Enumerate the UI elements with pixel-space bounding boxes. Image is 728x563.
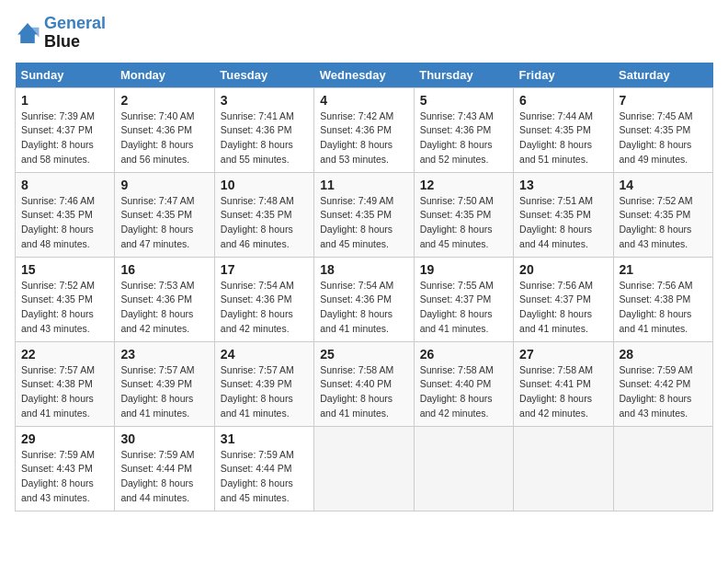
day-number: 22 (21, 347, 108, 362)
day-number: 2 (120, 93, 208, 108)
calendar-cell: 3 Sunrise: 7:41 AM Sunset: 4:36 PM Dayli… (214, 87, 313, 172)
day-info: Sunrise: 7:59 AM Sunset: 4:44 PM Dayligh… (120, 448, 208, 506)
day-info: Sunrise: 7:56 AM Sunset: 4:38 PM Dayligh… (620, 279, 707, 337)
calendar-cell: 18 Sunrise: 7:54 AM Sunset: 4:36 PM Dayl… (314, 257, 414, 341)
day-number: 23 (120, 347, 208, 362)
day-number: 21 (620, 262, 707, 277)
calendar-cell: 13 Sunrise: 7:51 AM Sunset: 4:35 PM Dayl… (514, 172, 613, 257)
calendar-header-row: SundayMondayTuesdayWednesdayThursdayFrid… (16, 63, 713, 88)
calendar-cell: 25 Sunrise: 7:58 AM Sunset: 4:40 PM Dayl… (314, 341, 414, 426)
calendar-cell: 1 Sunrise: 7:39 AM Sunset: 4:37 PM Dayli… (16, 87, 115, 172)
day-info: Sunrise: 7:56 AM Sunset: 4:37 PM Dayligh… (519, 279, 607, 337)
day-info: Sunrise: 7:41 AM Sunset: 4:36 PM Dayligh… (221, 109, 308, 167)
calendar-week-row: 15 Sunrise: 7:52 AM Sunset: 4:35 PM Dayl… (16, 257, 713, 341)
calendar-cell: 8 Sunrise: 7:46 AM Sunset: 4:35 PM Dayli… (16, 172, 115, 257)
calendar-cell: 12 Sunrise: 7:50 AM Sunset: 4:35 PM Dayl… (414, 172, 513, 257)
calendar-cell: 17 Sunrise: 7:54 AM Sunset: 4:36 PM Dayl… (214, 257, 313, 341)
day-number: 25 (320, 347, 407, 362)
day-number: 1 (21, 93, 108, 108)
calendar-cell: 26 Sunrise: 7:58 AM Sunset: 4:40 PM Dayl… (414, 341, 513, 426)
day-number: 3 (221, 93, 308, 108)
calendar-cell: 23 Sunrise: 7:57 AM Sunset: 4:39 PM Dayl… (115, 341, 214, 426)
day-number: 16 (120, 262, 208, 277)
calendar-cell: 5 Sunrise: 7:43 AM Sunset: 4:36 PM Dayli… (414, 87, 513, 172)
calendar-week-row: 29 Sunrise: 7:59 AM Sunset: 4:43 PM Dayl… (16, 426, 713, 511)
day-number: 11 (320, 178, 407, 192)
day-number: 31 (221, 431, 308, 446)
day-info: Sunrise: 7:48 AM Sunset: 4:35 PM Dayligh… (221, 194, 308, 252)
day-info: Sunrise: 7:58 AM Sunset: 4:40 PM Dayligh… (420, 363, 507, 421)
day-info: Sunrise: 7:54 AM Sunset: 4:36 PM Dayligh… (320, 279, 407, 337)
day-info: Sunrise: 7:40 AM Sunset: 4:36 PM Dayligh… (120, 109, 208, 167)
weekday-header: Monday (115, 63, 214, 88)
day-number: 13 (519, 178, 607, 192)
day-info: Sunrise: 7:49 AM Sunset: 4:35 PM Dayligh… (320, 194, 407, 252)
day-info: Sunrise: 7:44 AM Sunset: 4:35 PM Dayligh… (519, 109, 607, 167)
day-number: 8 (21, 178, 108, 192)
day-info: Sunrise: 7:50 AM Sunset: 4:35 PM Dayligh… (420, 194, 507, 252)
day-info: Sunrise: 7:59 AM Sunset: 4:42 PM Dayligh… (620, 363, 707, 421)
day-number: 28 (620, 347, 707, 362)
day-info: Sunrise: 7:45 AM Sunset: 4:35 PM Dayligh… (620, 109, 707, 167)
day-info: Sunrise: 7:58 AM Sunset: 4:41 PM Dayligh… (519, 363, 607, 421)
day-info: Sunrise: 7:54 AM Sunset: 4:36 PM Dayligh… (221, 279, 308, 337)
calendar-week-row: 22 Sunrise: 7:57 AM Sunset: 4:38 PM Dayl… (16, 341, 713, 426)
day-number: 9 (120, 178, 208, 192)
day-number: 4 (320, 93, 407, 108)
calendar-cell: 14 Sunrise: 7:52 AM Sunset: 4:35 PM Dayl… (613, 172, 712, 257)
weekday-header: Thursday (414, 63, 513, 88)
calendar-cell: 6 Sunrise: 7:44 AM Sunset: 4:35 PM Dayli… (514, 87, 613, 172)
day-info: Sunrise: 7:39 AM Sunset: 4:37 PM Dayligh… (21, 109, 108, 167)
calendar-cell: 2 Sunrise: 7:40 AM Sunset: 4:36 PM Dayli… (115, 87, 214, 172)
day-info: Sunrise: 7:52 AM Sunset: 4:35 PM Dayligh… (620, 194, 707, 252)
logo: GeneralBlue (15, 15, 106, 52)
day-info: Sunrise: 7:59 AM Sunset: 4:44 PM Dayligh… (221, 448, 308, 506)
day-info: Sunrise: 7:46 AM Sunset: 4:35 PM Dayligh… (21, 194, 108, 252)
weekday-header: Saturday (613, 63, 712, 88)
calendar-cell (414, 426, 513, 511)
calendar-cell: 7 Sunrise: 7:45 AM Sunset: 4:35 PM Dayli… (613, 87, 712, 172)
day-info: Sunrise: 7:51 AM Sunset: 4:35 PM Dayligh… (519, 194, 607, 252)
calendar-cell: 27 Sunrise: 7:58 AM Sunset: 4:41 PM Dayl… (514, 341, 613, 426)
calendar-cell: 21 Sunrise: 7:56 AM Sunset: 4:38 PM Dayl… (613, 257, 712, 341)
calendar-cell (314, 426, 414, 511)
calendar-cell: 28 Sunrise: 7:59 AM Sunset: 4:42 PM Dayl… (613, 341, 712, 426)
weekday-header: Wednesday (314, 63, 414, 88)
day-number: 19 (420, 262, 507, 277)
day-number: 6 (519, 93, 607, 108)
logo-text: GeneralBlue (44, 15, 106, 52)
day-number: 5 (420, 93, 507, 108)
day-number: 15 (21, 262, 108, 277)
day-number: 17 (221, 262, 308, 277)
day-info: Sunrise: 7:57 AM Sunset: 4:39 PM Dayligh… (221, 363, 308, 421)
calendar-cell: 4 Sunrise: 7:42 AM Sunset: 4:36 PM Dayli… (314, 87, 414, 172)
calendar-cell: 29 Sunrise: 7:59 AM Sunset: 4:43 PM Dayl… (16, 426, 115, 511)
calendar-week-row: 8 Sunrise: 7:46 AM Sunset: 4:35 PM Dayli… (16, 172, 713, 257)
day-info: Sunrise: 7:42 AM Sunset: 4:36 PM Dayligh… (320, 109, 407, 167)
calendar-cell: 9 Sunrise: 7:47 AM Sunset: 4:35 PM Dayli… (115, 172, 214, 257)
day-number: 12 (420, 178, 507, 192)
calendar-cell: 20 Sunrise: 7:56 AM Sunset: 4:37 PM Dayl… (514, 257, 613, 341)
day-info: Sunrise: 7:47 AM Sunset: 4:35 PM Dayligh… (120, 194, 208, 252)
calendar-cell: 30 Sunrise: 7:59 AM Sunset: 4:44 PM Dayl… (115, 426, 214, 511)
calendar-body: 1 Sunrise: 7:39 AM Sunset: 4:37 PM Dayli… (16, 87, 713, 511)
day-info: Sunrise: 7:57 AM Sunset: 4:39 PM Dayligh… (120, 363, 208, 421)
day-info: Sunrise: 7:52 AM Sunset: 4:35 PM Dayligh… (21, 279, 108, 337)
day-number: 18 (320, 262, 407, 277)
calendar-cell: 24 Sunrise: 7:57 AM Sunset: 4:39 PM Dayl… (214, 341, 313, 426)
page-header: GeneralBlue (15, 15, 713, 52)
day-info: Sunrise: 7:57 AM Sunset: 4:38 PM Dayligh… (21, 363, 108, 421)
day-number: 14 (620, 178, 707, 192)
calendar-cell: 16 Sunrise: 7:53 AM Sunset: 4:36 PM Dayl… (115, 257, 214, 341)
calendar-week-row: 1 Sunrise: 7:39 AM Sunset: 4:37 PM Dayli… (16, 87, 713, 172)
weekday-header: Sunday (16, 63, 115, 88)
day-number: 20 (519, 262, 607, 277)
day-number: 7 (620, 93, 707, 108)
day-info: Sunrise: 7:43 AM Sunset: 4:36 PM Dayligh… (420, 109, 507, 167)
calendar-cell (514, 426, 613, 511)
calendar-cell: 10 Sunrise: 7:48 AM Sunset: 4:35 PM Dayl… (214, 172, 313, 257)
calendar-cell: 22 Sunrise: 7:57 AM Sunset: 4:38 PM Dayl… (16, 341, 115, 426)
calendar-cell: 19 Sunrise: 7:55 AM Sunset: 4:37 PM Dayl… (414, 257, 513, 341)
weekday-header: Friday (514, 63, 613, 88)
logo-icon (15, 20, 40, 46)
